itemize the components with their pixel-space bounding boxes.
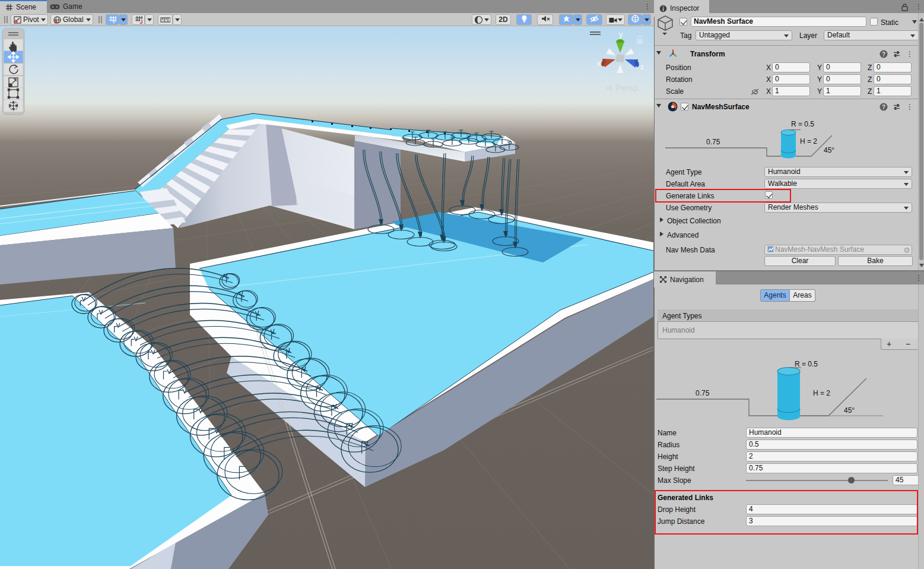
svg-text:R = 0.5: R = 0.5 (795, 360, 818, 368)
svg-text:H = 2: H = 2 (800, 137, 817, 146)
svg-text:0.75: 0.75 (696, 389, 710, 397)
svg-text:R = 0.5: R = 0.5 (791, 120, 814, 128)
svg-text:Y: Y (112, 20, 116, 24)
svg-text:?: ? (882, 51, 885, 58)
svg-text:45°: 45° (824, 146, 834, 154)
svg-text:0.75: 0.75 (706, 138, 720, 146)
svg-text:⊲ Persp: ⊲ Persp (605, 83, 639, 93)
svg-text:?: ? (882, 104, 885, 110)
svg-text:H = 2: H = 2 (813, 389, 830, 397)
svg-text:y: y (618, 30, 623, 39)
svg-text:z: z (640, 62, 644, 71)
svg-text:x: x (596, 59, 601, 68)
svg-text:45°: 45° (844, 406, 855, 415)
